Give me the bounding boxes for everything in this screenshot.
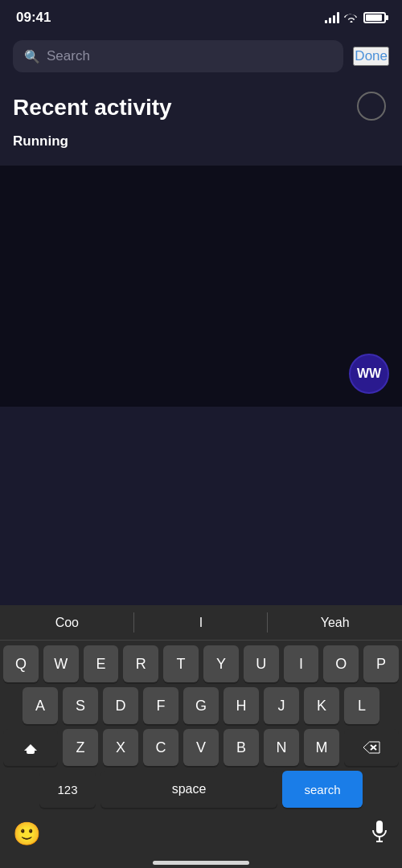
svg-rect-2 (376, 821, 383, 833)
keyboard-row-3: Z X C V B N M (0, 724, 402, 766)
shift-icon (24, 744, 37, 751)
search-area: 🔍 Done (0, 32, 402, 85)
key-z[interactable]: Z (63, 729, 98, 766)
status-icons (325, 11, 386, 25)
keyboard-row-4: 123 space search (0, 766, 402, 813)
space-key[interactable]: space (100, 771, 277, 808)
delete-key[interactable] (344, 729, 399, 766)
key-t[interactable]: T (163, 645, 199, 682)
key-k[interactable]: K (304, 687, 339, 724)
key-q[interactable]: Q (3, 645, 39, 682)
dark-area: WW (0, 166, 402, 407)
wifi-icon (344, 11, 359, 25)
bottom-bar: 🙂 (0, 813, 402, 856)
key-e[interactable]: E (84, 645, 119, 682)
status-time: 09:41 (16, 10, 51, 26)
activity-item-running[interactable]: Running (13, 130, 389, 153)
key-n[interactable]: N (264, 729, 299, 766)
search-key[interactable]: search (282, 771, 363, 808)
key-j[interactable]: J (264, 687, 299, 724)
autocomplete-coo[interactable]: Coo (0, 605, 134, 640)
key-y[interactable]: Y (203, 645, 239, 682)
autocomplete-bar: Coo I Yeah (0, 605, 402, 641)
key-m[interactable]: M (304, 729, 339, 766)
shift-key[interactable] (3, 729, 58, 766)
search-input[interactable] (47, 48, 332, 64)
key-l[interactable]: L (344, 687, 379, 724)
status-bar: 09:41 (0, 0, 402, 32)
key-u[interactable]: U (244, 645, 279, 682)
key-s[interactable]: S (63, 687, 98, 724)
search-input-container[interactable]: 🔍 (13, 40, 343, 72)
key-d[interactable]: D (103, 687, 138, 724)
key-v[interactable]: V (183, 729, 219, 766)
search-icon: 🔍 (24, 49, 40, 64)
battery-icon (363, 12, 386, 23)
keyboard: Coo I Yeah Q W E R T Y U I O P A S D F G… (0, 605, 402, 868)
keyboard-row-2: A S D F G H J K L (0, 682, 402, 724)
key-o[interactable]: O (323, 645, 359, 682)
scroll-indicator (357, 92, 386, 121)
key-f[interactable]: F (143, 687, 178, 724)
key-h[interactable]: H (224, 687, 259, 724)
done-button[interactable]: Done (353, 47, 389, 66)
numbers-key[interactable]: 123 (39, 771, 96, 808)
keyboard-row-1: Q W E R T Y U I O P (0, 641, 402, 682)
home-bar (153, 861, 249, 865)
content-area: Recent activity Running (0, 85, 402, 166)
delete-icon (363, 741, 380, 754)
ww-badge[interactable]: WW (349, 354, 389, 394)
key-i[interactable]: I (284, 645, 319, 682)
recent-activity-title: Recent activity (13, 95, 389, 121)
home-indicator (0, 856, 402, 868)
key-c[interactable]: C (143, 729, 178, 766)
key-a[interactable]: A (23, 687, 58, 724)
autocomplete-i[interactable]: I (134, 605, 269, 640)
key-b[interactable]: B (224, 729, 259, 766)
autocomplete-yeah[interactable]: Yeah (268, 605, 402, 640)
key-g[interactable]: G (183, 687, 219, 724)
key-r[interactable]: R (123, 645, 158, 682)
key-x[interactable]: X (103, 729, 138, 766)
key-p[interactable]: P (363, 645, 399, 682)
signal-icon (325, 12, 339, 23)
emoji-button[interactable]: 🙂 (13, 821, 41, 847)
mic-button[interactable] (370, 819, 389, 848)
key-w[interactable]: W (43, 645, 79, 682)
